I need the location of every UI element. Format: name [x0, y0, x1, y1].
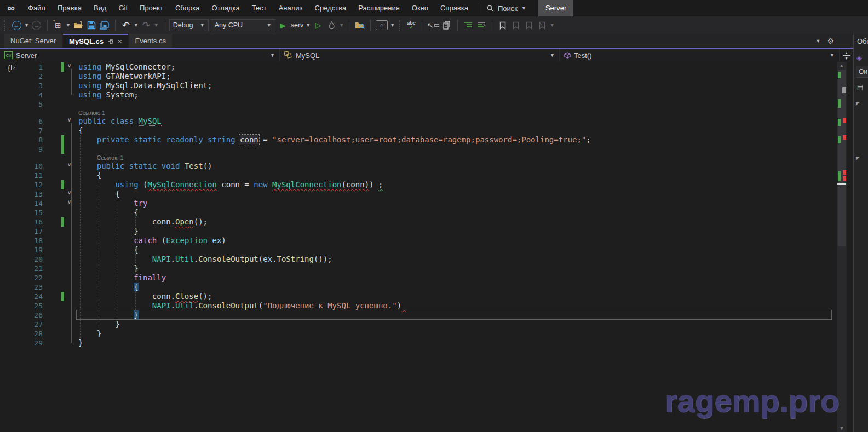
undo-button[interactable]: ↶: [120, 19, 131, 32]
code-line[interactable]: 25 NAPI.Util.ConsoleOutput("Подлючение к…: [0, 301, 836, 310]
format-document-icon[interactable]: [476, 19, 487, 32]
toggle-bookmark-button[interactable]: [497, 19, 508, 32]
menu-item-анализ[interactable]: Анализ: [273, 0, 309, 16]
code-line[interactable]: 17 }: [0, 227, 836, 236]
scroll-up-icon[interactable]: ▲: [837, 63, 847, 68]
menu-item-проект[interactable]: Проект: [134, 0, 169, 16]
open-file-button[interactable]: [73, 19, 84, 32]
chevron-down-icon[interactable]: ▼: [550, 22, 555, 28]
save-all-button[interactable]: [99, 19, 110, 32]
solution-badge[interactable]: Server: [538, 0, 573, 16]
panel-sync-icon[interactable]: ◈: [856, 54, 862, 62]
code-line[interactable]: 27 }: [0, 320, 836, 329]
chevron-down-icon[interactable]: ▼: [154, 22, 159, 28]
start-debugging-button[interactable]: ▶: [278, 19, 289, 32]
code-editor[interactable]: {↗ 1∨using MySqlConnector;2using GTANetw…: [0, 62, 836, 432]
clear-bookmarks-button[interactable]: [537, 19, 548, 32]
code-line[interactable]: 15 {: [0, 208, 836, 217]
project-dropdown[interactable]: C# Server ▼: [0, 49, 280, 62]
menu-item-тест[interactable]: Тест: [246, 0, 273, 16]
code-line[interactable]: 28 }: [0, 329, 836, 338]
code-line[interactable]: 22 finally: [0, 273, 836, 283]
save-button[interactable]: [86, 19, 97, 32]
code-line[interactable]: 19 {: [0, 245, 836, 255]
code-line[interactable]: 5: [0, 100, 836, 109]
spell-check-button[interactable]: abc✓: [406, 19, 417, 32]
code-line[interactable]: 14∨ try: [0, 199, 836, 208]
redo-button[interactable]: ↷: [141, 19, 152, 32]
code-line[interactable]: 24 conn.Close();: [0, 292, 836, 301]
new-project-button[interactable]: ⊞*: [53, 19, 64, 32]
menu-item-окно[interactable]: Окно: [406, 0, 434, 16]
code-line[interactable]: 2using GTANetworkAPI;: [0, 72, 836, 81]
codelens-references[interactable]: Ссылок: 1: [78, 110, 105, 116]
solution-platform-dropdown[interactable]: Any CPU▼: [211, 19, 275, 31]
toolbar-grip[interactable]: [4, 20, 7, 31]
next-bookmark-button[interactable]: [524, 19, 534, 32]
chevron-down-icon[interactable]: ▼: [24, 22, 29, 28]
navigate-back-button[interactable]: ←: [11, 19, 22, 32]
tree-expander-icon[interactable]: ◤: [856, 101, 860, 106]
menu-item-средства[interactable]: Средства: [309, 0, 353, 16]
menu-item-правка[interactable]: Правка: [51, 0, 88, 16]
chevron-down-icon[interactable]: ▼: [339, 22, 344, 28]
scroll-down-icon[interactable]: ▼: [837, 425, 847, 431]
menu-item-расширения[interactable]: Расширения: [352, 0, 406, 16]
code-line[interactable]: 16 conn.Open();: [0, 217, 836, 227]
code-line[interactable]: 8 private static readonly string conn = …: [0, 135, 836, 145]
fold-chevron-icon[interactable]: ∨: [67, 62, 71, 68]
code-line[interactable]: 9: [0, 145, 836, 154]
select-pointer-button[interactable]: ↖: [427, 19, 439, 32]
member-dropdown[interactable]: Test() ▼: [560, 49, 839, 62]
code-line[interactable]: 1∨using MySqlConnector;: [0, 62, 836, 72]
split-editor-handle[interactable]: ▲▼: [839, 49, 853, 62]
code-line[interactable]: 3using MySql.Data.MySqlClient;: [0, 81, 836, 90]
gear-icon[interactable]: ⚙: [827, 37, 834, 45]
tree-expander-icon[interactable]: ◤: [856, 155, 860, 161]
copy-structure-button[interactable]: [441, 19, 452, 32]
type-dropdown[interactable]: MySQL ▼: [280, 49, 560, 62]
chevron-down-icon[interactable]: ▼: [390, 22, 395, 28]
hot-reload-icon[interactable]: [326, 19, 337, 32]
solution-explorer-panel-clipped[interactable]: Обозреватель решений ◈ Ои ▤ ◤ ◤: [853, 34, 868, 432]
search-control[interactable]: Поиск ▼: [481, 4, 532, 13]
code-line[interactable]: 13∨ {: [0, 189, 836, 199]
menu-item-файл[interactable]: Файл: [22, 0, 51, 16]
prev-bookmark-button[interactable]: [510, 19, 521, 32]
vertical-scrollbar[interactable]: ▲ ▼: [837, 62, 847, 432]
active-files-dropdown-icon[interactable]: ▼: [816, 38, 821, 44]
run-profile-label[interactable]: serv: [291, 21, 304, 29]
tab-mysql-cs[interactable]: MySQL.cs×: [63, 34, 128, 48]
scrollbar-thumb[interactable]: [838, 70, 846, 246]
panel-search-box[interactable]: Ои: [856, 66, 868, 78]
code-line[interactable]: 21 }: [0, 264, 836, 273]
menu-item-git[interactable]: Git: [112, 0, 134, 16]
code-line[interactable]: 18 catch (Exception ex): [0, 236, 836, 245]
codelens-references[interactable]: Ссылок: 1: [97, 154, 124, 161]
start-without-debugging-button[interactable]: ▷: [313, 19, 324, 32]
close-icon[interactable]: ×: [118, 37, 122, 45]
chevron-down-icon[interactable]: ▼: [306, 22, 311, 28]
code-line[interactable]: 23 {: [0, 283, 836, 292]
menu-item-отладка[interactable]: Отладка: [205, 0, 245, 16]
chevron-down-icon[interactable]: ▼: [134, 22, 139, 28]
solution-configuration-dropdown[interactable]: Debug▼: [169, 19, 209, 31]
home-window-button[interactable]: ⌂: [376, 20, 388, 30]
code-line[interactable]: 6∨public class MySQL: [0, 117, 836, 126]
code-line[interactable]: 29}: [0, 338, 836, 348]
find-in-files-button[interactable]: [354, 19, 365, 32]
code-line[interactable]: 10∨ public static void Test(): [0, 162, 836, 171]
toolbar-grip[interactable]: [399, 20, 402, 31]
menu-item-справка[interactable]: Справка: [434, 0, 474, 16]
tab-nuget-server[interactable]: NuGet: Server: [4, 34, 62, 48]
menu-item-сборка[interactable]: Сборка: [169, 0, 206, 16]
code-line[interactable]: 4using System;: [0, 90, 836, 100]
code-line[interactable]: 11 {: [0, 171, 836, 180]
code-line[interactable]: 12 using (MySqlConnection conn = new MyS…: [0, 180, 836, 189]
pin-icon[interactable]: [107, 38, 114, 45]
indent-lines-icon[interactable]: [463, 19, 474, 32]
menu-item-вид[interactable]: Вид: [88, 0, 113, 16]
navigate-forward-button[interactable]: →: [31, 19, 42, 32]
code-line[interactable]: 7{: [0, 126, 836, 135]
chevron-down-icon[interactable]: ▼: [66, 22, 71, 28]
